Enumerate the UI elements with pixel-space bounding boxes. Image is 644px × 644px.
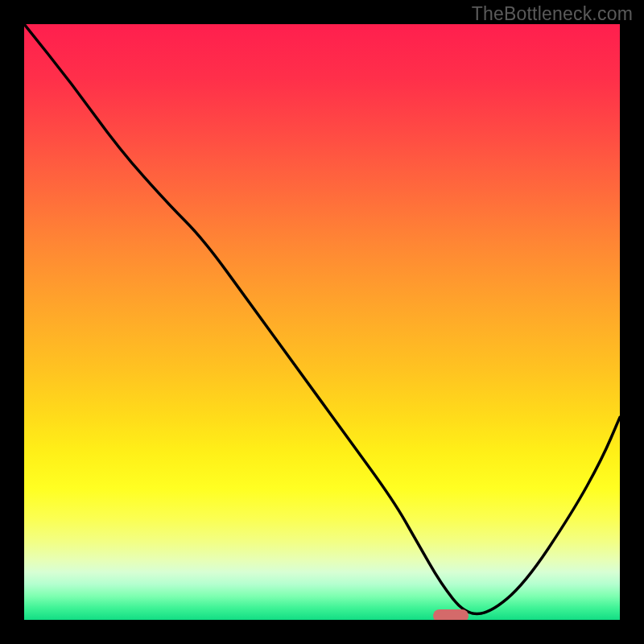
bottleneck-curve [24,24,620,620]
watermark-text: TheBottleneck.com [472,3,633,25]
optimal-marker [433,609,469,620]
chart-frame: TheBottleneck.com [0,0,644,644]
plot-area [24,24,620,620]
curve-path [24,24,620,614]
